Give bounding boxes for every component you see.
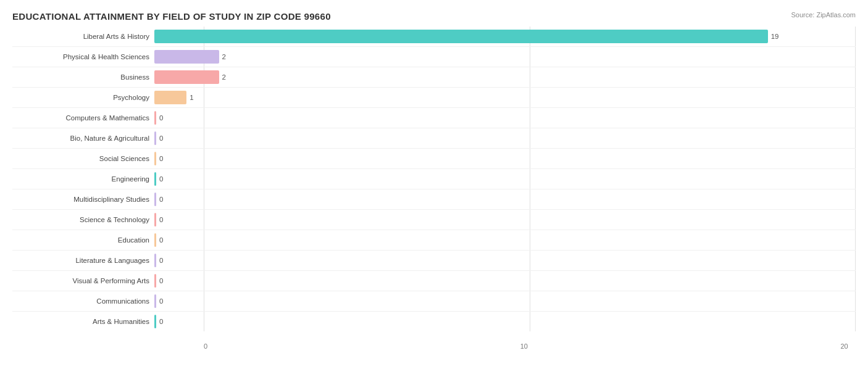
bar-row: Bio, Nature & Agricultural0	[12, 128, 856, 149]
bar-label: Computers & Mathematics	[12, 114, 154, 122]
bar-fill	[154, 91, 186, 104]
bar-label: Bio, Nature & Agricultural	[12, 135, 154, 142]
bar-track: 0	[154, 193, 856, 206]
bar-track: 0	[154, 152, 856, 165]
x-axis: 01020	[204, 340, 856, 350]
bar-fill	[154, 193, 156, 206]
bar-row: Social Sciences0	[12, 149, 856, 169]
bar-value: 0	[159, 257, 163, 264]
bar-track: 0	[154, 254, 856, 267]
bar-value: 2	[222, 73, 226, 81]
bar-fill	[154, 172, 156, 186]
bar-value: 0	[159, 318, 163, 325]
bar-fill	[154, 315, 156, 328]
chart-area: Liberal Arts & History19Physical & Healt…	[12, 27, 856, 350]
bar-value: 0	[159, 297, 163, 305]
bar-label: Multidisciplinary Studies	[12, 196, 154, 203]
bar-label: Liberal Arts & History	[12, 33, 154, 40]
bar-track: 2	[154, 70, 856, 84]
x-axis-label: 0	[204, 342, 207, 350]
bar-row: Science & Technology0	[12, 210, 856, 230]
bar-track: 19	[154, 30, 856, 43]
bar-value: 0	[159, 196, 163, 203]
chart-container: EDUCATIONAL ATTAINMENT BY FIELD OF STUDY…	[0, 0, 868, 390]
bar-label: Education	[12, 236, 154, 244]
bar-row: Computers & Mathematics0	[12, 108, 856, 128]
bar-track: 1	[154, 91, 856, 104]
bar-row: Education0	[12, 230, 856, 251]
bar-track: 0	[154, 111, 856, 125]
bar-fill	[154, 111, 156, 125]
bar-row: Engineering0	[12, 169, 856, 189]
bar-track: 2	[154, 50, 856, 64]
bar-fill	[154, 274, 156, 288]
bar-fill	[154, 254, 156, 267]
bar-fill	[154, 131, 156, 145]
bar-track: 0	[154, 315, 856, 328]
bar-label: Psychology	[12, 94, 154, 101]
bar-label: Business	[12, 73, 154, 81]
bar-fill	[154, 50, 219, 64]
bar-track: 0	[154, 294, 856, 308]
bar-value: 0	[159, 216, 163, 223]
bar-value: 19	[771, 33, 779, 40]
bar-row: Business2	[12, 67, 856, 88]
x-axis-label: 20	[841, 342, 848, 350]
bar-track: 0	[154, 213, 856, 226]
bar-label: Arts & Humanities	[12, 318, 154, 325]
bar-track: 0	[154, 172, 856, 186]
bar-row: Visual & Performing Arts0	[12, 271, 856, 291]
bar-fill	[154, 152, 156, 165]
bar-label: Visual & Performing Arts	[12, 277, 154, 284]
bar-fill	[154, 294, 156, 308]
bar-label: Social Sciences	[12, 155, 154, 162]
bar-track: 0	[154, 274, 856, 288]
chart-title: EDUCATIONAL ATTAINMENT BY FIELD OF STUDY…	[12, 11, 856, 22]
bar-value: 0	[159, 277, 163, 284]
bar-row: Communications0	[12, 291, 856, 312]
bar-fill	[154, 70, 219, 84]
bar-fill	[154, 233, 156, 247]
bar-value: 2	[222, 53, 226, 60]
bars-area: Liberal Arts & History19Physical & Healt…	[12, 27, 856, 331]
x-axis-label: 10	[520, 342, 528, 350]
bar-label: Literature & Languages	[12, 257, 154, 264]
bar-value: 0	[159, 175, 163, 183]
bar-row: Physical & Health Sciences2	[12, 47, 856, 67]
bar-value: 1	[190, 94, 193, 101]
bar-value: 0	[159, 114, 163, 122]
bar-value: 0	[159, 155, 163, 162]
bar-track: 0	[154, 131, 856, 145]
bar-label: Physical & Health Sciences	[12, 53, 154, 60]
bar-label: Engineering	[12, 175, 154, 183]
bar-row: Arts & Humanities0	[12, 312, 856, 331]
bar-row: Literature & Languages0	[12, 251, 856, 271]
bar-label: Communications	[12, 297, 154, 305]
bar-row: Psychology1	[12, 88, 856, 108]
bar-value: 0	[159, 135, 163, 142]
chart-source: Source: ZipAtlas.com	[791, 11, 856, 19]
bar-row: Multidisciplinary Studies0	[12, 189, 856, 210]
bar-label: Science & Technology	[12, 216, 154, 223]
bar-fill	[154, 30, 768, 43]
bar-row: Liberal Arts & History19	[12, 27, 856, 47]
bar-fill	[154, 213, 156, 226]
bar-value: 0	[159, 236, 163, 244]
bar-track: 0	[154, 233, 856, 247]
